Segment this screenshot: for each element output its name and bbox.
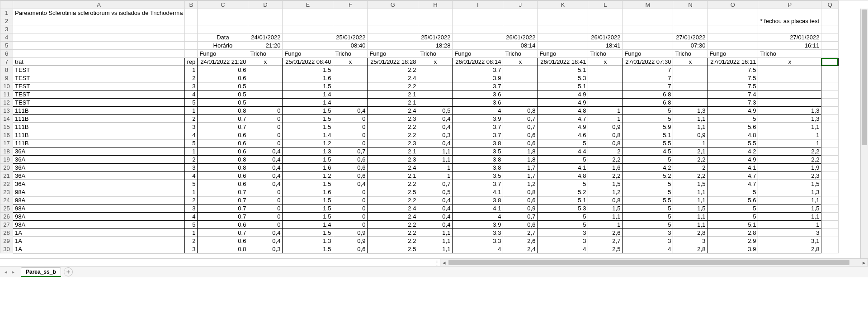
cell-H[interactable]: 1,1 bbox=[418, 245, 453, 253]
cell-P[interactable]: 1,3 bbox=[758, 188, 821, 196]
cell-I[interactable]: 3,7 bbox=[453, 180, 503, 188]
cell-O[interactable]: 7,5 bbox=[708, 66, 758, 74]
cell-C[interactable]: 0,7 bbox=[198, 188, 248, 196]
cell-M4[interactable] bbox=[623, 33, 673, 42]
col-B[interactable]: B bbox=[185, 1, 198, 9]
cell-x-J[interactable]: x bbox=[503, 58, 538, 66]
cell-J[interactable]: 0,6 bbox=[503, 196, 538, 205]
cell-K[interactable]: 5 bbox=[538, 180, 588, 188]
cell-I[interactable]: 4 bbox=[453, 107, 503, 115]
cell-time-D[interactable]: 21:20 bbox=[248, 42, 283, 50]
cell-x-P[interactable]: x bbox=[758, 58, 821, 66]
cell-Q26[interactable] bbox=[821, 213, 839, 221]
cell-O[interactable]: 5,5 bbox=[708, 139, 758, 147]
cell-L[interactable]: 2,2 bbox=[588, 156, 623, 164]
cell-N[interactable]: 1,1 bbox=[673, 196, 708, 205]
cell-A2[interactable] bbox=[13, 17, 185, 25]
cell-K[interactable]: 5 bbox=[538, 139, 588, 147]
row-header-8[interactable]: 8 bbox=[0, 66, 13, 74]
cell-N[interactable]: 1,1 bbox=[673, 221, 708, 229]
cell-E3[interactable] bbox=[283, 25, 333, 33]
cell-rep[interactable]: 4 bbox=[185, 172, 198, 180]
cell-G[interactable]: 2,3 bbox=[368, 115, 418, 123]
cell-O5[interactable] bbox=[708, 42, 758, 50]
cell-F[interactable] bbox=[333, 74, 368, 82]
cell-H[interactable]: 1 bbox=[418, 172, 453, 180]
cell-time-H[interactable]: 18:28 bbox=[418, 42, 453, 50]
cell-A4[interactable] bbox=[13, 33, 185, 42]
cell-J[interactable]: 1,8 bbox=[503, 147, 538, 156]
cell-F[interactable]: 0,4 bbox=[333, 180, 368, 188]
cell-D[interactable]: 0 bbox=[248, 205, 283, 213]
cell-D1[interactable] bbox=[248, 9, 283, 17]
cell-Q8[interactable] bbox=[821, 66, 839, 74]
cell-datetime-K[interactable]: 26/01/2022 18:41 bbox=[538, 58, 588, 66]
cell-I2[interactable] bbox=[453, 17, 503, 25]
cell-Q30[interactable] bbox=[821, 245, 839, 253]
row-header-29[interactable]: 29 bbox=[0, 237, 13, 245]
cell-E[interactable]: 1,5 bbox=[283, 107, 333, 115]
cell-L3[interactable] bbox=[588, 25, 623, 33]
row-header-7[interactable]: 7 bbox=[0, 58, 13, 66]
cell-L[interactable]: 1,6 bbox=[588, 164, 623, 172]
cell-rep[interactable]: 3 bbox=[185, 164, 198, 172]
cell-D3[interactable] bbox=[248, 25, 283, 33]
hscroll-right-arrow[interactable]: ▸ bbox=[860, 259, 868, 266]
cell-M[interactable]: 7 bbox=[623, 66, 673, 74]
cell-C[interactable]: 0,6 bbox=[198, 147, 248, 156]
cell-O[interactable]: 2,8 bbox=[708, 229, 758, 237]
cell-M[interactable]: 5,2 bbox=[623, 172, 673, 180]
cell-H[interactable]: 0,4 bbox=[418, 221, 453, 229]
cell-C[interactable]: 0,6 bbox=[198, 131, 248, 139]
cell-K[interactable]: 5 bbox=[538, 213, 588, 221]
cell-P[interactable]: 1,9 bbox=[758, 164, 821, 172]
row-header-28[interactable]: 28 bbox=[0, 229, 13, 237]
cell-G[interactable]: 2,2 bbox=[368, 82, 418, 90]
cell-E[interactable]: 1,5 bbox=[283, 245, 333, 253]
cell-I[interactable]: 3,7 bbox=[453, 131, 503, 139]
cell-O[interactable]: 3,9 bbox=[708, 245, 758, 253]
row-header-4[interactable]: 4 bbox=[0, 33, 13, 42]
cell-rep[interactable]: 2 bbox=[185, 237, 198, 245]
cell-K[interactable]: 5,3 bbox=[538, 205, 588, 213]
cell-time-F[interactable]: 08:40 bbox=[333, 42, 368, 50]
cell-L[interactable]: 2,2 bbox=[588, 172, 623, 180]
cell-D[interactable]: 0,4 bbox=[248, 180, 283, 188]
cell-L[interactable] bbox=[588, 82, 623, 90]
cell-K[interactable]: 4 bbox=[538, 245, 588, 253]
cell-G[interactable]: 2,4 bbox=[368, 74, 418, 82]
row-header-14[interactable]: 14 bbox=[0, 115, 13, 123]
cell-F[interactable]: 0 bbox=[333, 139, 368, 147]
cell-H[interactable]: 0,4 bbox=[418, 205, 453, 213]
cell-L[interactable]: 1,2 bbox=[588, 188, 623, 196]
cell-Q5[interactable] bbox=[821, 42, 839, 50]
cell-O4[interactable] bbox=[708, 33, 758, 42]
cell-D[interactable]: 0,4 bbox=[248, 229, 283, 237]
cell-G[interactable]: 2,1 bbox=[368, 90, 418, 99]
cell-Q7[interactable] bbox=[821, 58, 839, 66]
cell-N[interactable]: 2 bbox=[673, 164, 708, 172]
cell-date-L[interactable]: 26/01/2022 bbox=[588, 33, 623, 42]
cell-rep[interactable]: 2 bbox=[185, 196, 198, 205]
cell-G[interactable]: 2,4 bbox=[368, 107, 418, 115]
cell-M[interactable]: 5 bbox=[623, 188, 673, 196]
cell-O[interactable]: 5 bbox=[708, 213, 758, 221]
cell-N[interactable]: 2,8 bbox=[673, 229, 708, 237]
cell-P[interactable] bbox=[758, 66, 821, 74]
cell-rep[interactable]: 3 bbox=[185, 205, 198, 213]
cell-time-N[interactable]: 07:30 bbox=[673, 42, 708, 50]
cell-N[interactable]: 2,8 bbox=[673, 245, 708, 253]
cell-I[interactable]: 3,8 bbox=[453, 139, 503, 147]
cell-M[interactable]: 5 bbox=[623, 213, 673, 221]
row-header-22[interactable]: 22 bbox=[0, 180, 13, 188]
cell-H3[interactable] bbox=[418, 25, 453, 33]
cell-G[interactable]: 2,1 bbox=[368, 172, 418, 180]
cell-G[interactable]: 2,3 bbox=[368, 156, 418, 164]
cell-F[interactable]: 0,6 bbox=[333, 172, 368, 180]
col-O[interactable]: O bbox=[708, 1, 758, 9]
cell-date-P[interactable]: 27/01/2022 bbox=[758, 33, 821, 42]
col-E[interactable]: E bbox=[283, 1, 333, 9]
cell-rep[interactable]: 3 bbox=[185, 245, 198, 253]
cell-P[interactable]: 2,2 bbox=[758, 147, 821, 156]
row-header-24[interactable]: 24 bbox=[0, 196, 13, 205]
